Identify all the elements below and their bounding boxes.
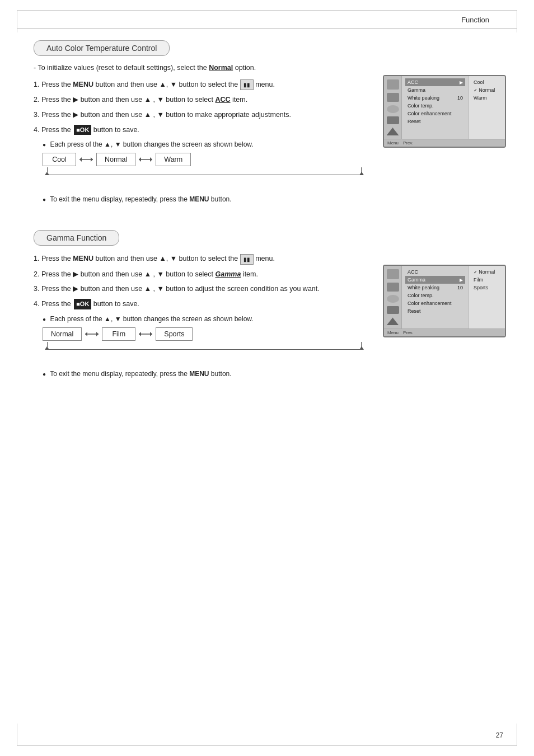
svg-marker-2 xyxy=(79,157,82,162)
wrap-arrow-right xyxy=(359,172,364,175)
screen2-menu-whitepeaking: White peaking 10 xyxy=(405,284,465,292)
section2-sub1: Each press of the ▲, ▼ button changes th… xyxy=(43,314,366,324)
section2-step1: 1. Press the MENU button and then use ▲,… xyxy=(34,253,366,264)
section1-sub2: To exit the menu display, repeatedly, pr… xyxy=(43,194,366,204)
section1-seq-row: Cool Normal xyxy=(43,153,366,166)
section2-step2: 2. Press the ▶ button and then use ▲ , ▼… xyxy=(34,269,366,280)
svg-marker-4 xyxy=(150,157,152,162)
screen1-icon-color xyxy=(387,116,399,124)
section2-layout: 1. Press the MENU button and then use ▲,… xyxy=(34,253,506,382)
screen2-sub-normal: Normal xyxy=(471,268,503,276)
screen2-menu-reset: Reset xyxy=(405,307,465,315)
screen1-outer: ACC ▶ Gamma White peaking 10 Color temp.… xyxy=(383,75,506,148)
screen1-sidebar xyxy=(384,76,402,139)
screen2-icon-color xyxy=(387,306,399,314)
section1-note-bold: Normal xyxy=(209,64,233,72)
screen2-icon-monitor xyxy=(387,269,399,279)
wrap-arrow-container xyxy=(43,167,366,179)
acc-label: ACC xyxy=(216,96,231,104)
screen1-submenu: Cool Normal Warm xyxy=(469,76,505,139)
gamma-label: Gamma xyxy=(216,270,241,278)
section1-main: - To initialize values (reset to default… xyxy=(34,64,366,208)
section1-screen: ACC ▶ Gamma White peaking 10 Color temp.… xyxy=(383,75,506,148)
svg-marker-5 xyxy=(139,157,141,162)
screen1-menu-acc: ACC ▶ xyxy=(405,78,465,86)
screen2-inner: ACC Gamma ▶ White peaking 10 Color temp.… xyxy=(384,266,505,328)
section1-sub1: Each press of the ▲, ▼ button changes th… xyxy=(43,139,366,149)
screen2-icon2 xyxy=(387,283,399,292)
screen1-menu-gamma: Gamma xyxy=(405,86,465,94)
wrap-arrow-left xyxy=(45,172,49,175)
wrap2-line xyxy=(47,342,362,350)
section1-note: - To initialize values (reset to default… xyxy=(34,64,366,72)
screen2-sub-sports: Sports xyxy=(471,284,503,292)
page-border-bottom xyxy=(17,745,517,746)
screen2-sub-film: Film xyxy=(471,276,503,284)
seq2-film: Film xyxy=(102,327,135,341)
seq2-sports: Sports xyxy=(156,327,193,341)
screen2-outer: ACC Gamma ▶ White peaking 10 Color temp.… xyxy=(383,265,506,337)
screen1-inner: ACC ▶ Gamma White peaking 10 Color temp.… xyxy=(384,76,505,139)
screen2-icon-brightness xyxy=(387,295,399,303)
page-border-top xyxy=(17,10,517,11)
screen1-icon2 xyxy=(387,93,399,102)
svg-marker-1 xyxy=(91,157,93,162)
screen2-submenu: Normal Film Sports xyxy=(469,266,505,328)
svg-marker-11 xyxy=(139,332,141,336)
section2-step3: 3. Press the ▶ button and then use ▲ , ▼… xyxy=(34,284,366,294)
seq-warm: Warm xyxy=(156,153,191,166)
screen1-menu-reset: Reset xyxy=(405,118,465,125)
screen1-footer-prev: Prev. xyxy=(403,140,413,145)
page-number: 27 xyxy=(496,731,503,739)
section2-seq-row: Normal Film xyxy=(43,327,366,341)
screen1-icon-special xyxy=(387,128,399,135)
ok-button-label2: ■OK xyxy=(74,299,91,309)
screen1-sub-warm: Warm xyxy=(471,94,503,102)
section2-steps: 1. Press the MENU button and then use ▲,… xyxy=(34,253,366,309)
section1-step4: 4. Press the ■OK button to save. xyxy=(34,125,366,135)
page-border-right-bottom xyxy=(517,724,517,746)
screen1-menu-whitepeaking: White peaking 10 xyxy=(405,94,465,102)
screen2-gamma-arrow: ▶ xyxy=(460,278,463,283)
seq-normal: Normal xyxy=(96,153,135,166)
screen1-menu: ACC ▶ Gamma White peaking 10 Color temp.… xyxy=(402,76,469,139)
section2-title: Gamma Function xyxy=(34,230,119,246)
section1-steps: 1. Press the MENU button and then use ▲,… xyxy=(34,79,366,135)
wrap2-arrow-left xyxy=(45,346,49,350)
screen2-menu-colortemp: Color temp. xyxy=(405,292,465,299)
menu-icon: ▮▮ xyxy=(240,79,254,90)
section2-screen: ACC Gamma ▶ White peaking 10 Color temp.… xyxy=(383,265,506,337)
screen1-footer-menu: Menu xyxy=(387,140,399,145)
section1-sequence: Cool Normal xyxy=(43,153,366,179)
section2-main: 1. Press the MENU button and then use ▲,… xyxy=(34,253,366,382)
page-border-left-bottom xyxy=(17,724,17,746)
screen1-icon-brightness xyxy=(387,105,399,113)
screen2-menu-colorenhancement: Color enhancement xyxy=(405,299,465,307)
screen2-footer: Menu Prev. xyxy=(384,328,505,336)
screen2-menu: ACC Gamma ▶ White peaking 10 Color temp.… xyxy=(402,266,469,328)
wrap-line xyxy=(47,167,362,175)
section-gamma: Gamma Function 1. Press the MENU button … xyxy=(34,230,506,382)
seq-arrow1 xyxy=(78,155,94,164)
main-content: Auto Color Temperature Control - To init… xyxy=(0,29,534,416)
page-border-left-top xyxy=(17,10,17,32)
screen1-sub-normal: Normal xyxy=(471,86,503,94)
screen1-footer: Menu Prev. xyxy=(384,139,505,147)
section2-step4: 4. Press the ■OK button to save. xyxy=(34,299,366,309)
screen2-icon-special xyxy=(387,317,399,325)
wrap2-arrow-right xyxy=(359,346,364,350)
section1-title: Auto Color Temperature Control xyxy=(34,40,170,56)
svg-marker-10 xyxy=(150,332,152,336)
page-border-right-top xyxy=(517,10,517,32)
seq2-normal: Normal xyxy=(43,327,82,341)
screen2-menu-acc: ACC xyxy=(405,268,465,276)
svg-marker-7 xyxy=(96,332,99,336)
screen1-menu-colorenhancement: Color enhancement xyxy=(405,110,465,118)
screen1-sub-cool: Cool xyxy=(471,78,503,86)
seq-cool: Cool xyxy=(43,153,76,166)
screen2-footer-prev: Prev. xyxy=(403,330,413,335)
svg-marker-8 xyxy=(85,332,87,336)
menu-icon2: ▮▮ xyxy=(240,254,254,265)
screen2-sidebar xyxy=(384,266,402,328)
screen1-menu-colortemp: Color temp. xyxy=(405,102,465,110)
